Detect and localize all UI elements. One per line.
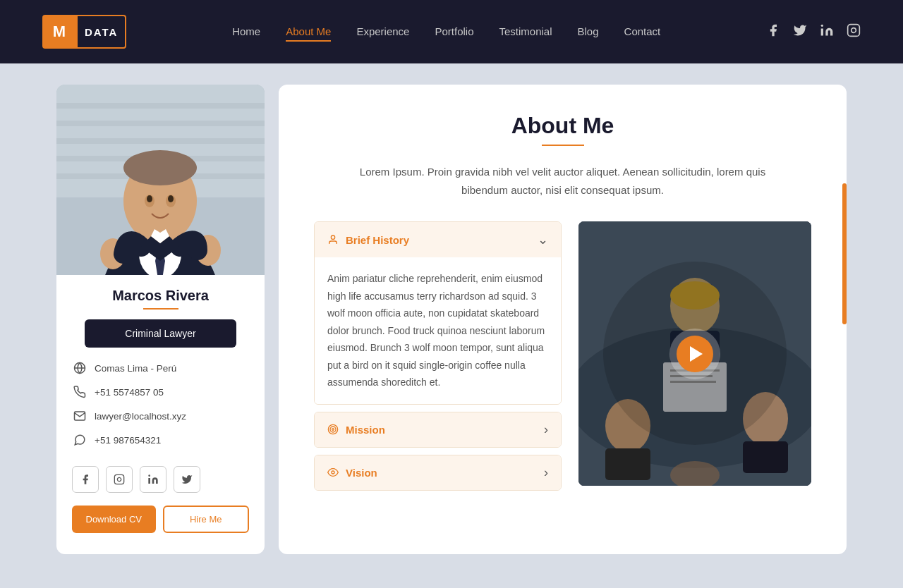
social-icons: [766, 23, 861, 41]
svg-rect-23: [114, 474, 123, 484]
sidebar-social-links: [56, 456, 265, 493]
sidebar-twitter-icon[interactable]: [174, 466, 200, 493]
accordion-section: Brief History ⌄ Anim pariatur cliche rep…: [314, 221, 562, 498]
sidebar-action-buttons: Download CV Hire Me: [56, 493, 265, 533]
accordion-header-brief-history[interactable]: Brief History ⌄: [315, 222, 561, 257]
person-icon: [327, 234, 339, 245]
sidebar-card: Marcos Rivera Criminal Lawyer Comas Lima…: [56, 85, 265, 554]
video-section: [578, 221, 811, 486]
location-icon: [72, 360, 87, 376]
nav-item-about[interactable]: About Me: [286, 25, 331, 38]
svg-point-26: [331, 235, 334, 239]
nav-link-blog[interactable]: Blog: [578, 25, 599, 37]
nav-item-contact[interactable]: Contact: [624, 25, 661, 38]
video-container[interactable]: [578, 221, 811, 486]
location-info: Comas Lima - Perú: [72, 360, 249, 376]
play-button-inner[interactable]: [677, 336, 713, 372]
section-description: Lorem Ipsum. Proin gravida nibh vel veli…: [351, 163, 775, 199]
accordion-mission: Mission ›: [314, 412, 562, 448]
email-icon: [72, 408, 87, 424]
svg-point-25: [148, 474, 150, 477]
profile-photo: [56, 85, 265, 275]
twitter-icon[interactable]: [793, 23, 807, 41]
accordion-label-mission: Mission: [327, 424, 385, 436]
phone-icon: [72, 384, 87, 400]
svg-point-28: [330, 427, 336, 432]
accordion-header-vision[interactable]: Vision ›: [315, 455, 561, 490]
vision-label: Vision: [346, 467, 377, 479]
video-thumbnail: [578, 221, 811, 486]
two-column-layout: Brief History ⌄ Anim pariatur cliche rep…: [314, 221, 811, 498]
accordion-vision: Vision ›: [314, 455, 562, 491]
nav-item-testimonial[interactable]: Testimonial: [499, 25, 552, 38]
location-text: Comas Lima - Perú: [95, 363, 176, 374]
main-container: Marcos Rivera Criminal Lawyer Comas Lima…: [0, 63, 903, 575]
chevron-right-icon-2: ›: [544, 465, 548, 480]
sidebar-instagram-icon[interactable]: [106, 466, 133, 493]
svg-point-30: [332, 471, 334, 474]
phone-text: +51 5574857 05: [95, 387, 164, 398]
hire-me-button[interactable]: Hire Me: [163, 506, 250, 533]
svg-point-29: [332, 429, 334, 431]
svg-point-14: [123, 150, 197, 185]
profile-name: Marcos Rivera: [71, 288, 250, 304]
navbar: M DATA Home About Me Experience Portfoli…: [0, 0, 903, 63]
svg-point-0: [821, 24, 823, 26]
eye-icon: [327, 467, 339, 478]
chevron-down-icon: ⌄: [538, 232, 548, 247]
nav-item-experience[interactable]: Experience: [356, 25, 409, 38]
svg-rect-1: [848, 24, 860, 36]
logo-icon: M: [42, 15, 76, 49]
accordion-brief-history: Brief History ⌄ Anim pariatur cliche rep…: [314, 221, 562, 405]
nav-menu: Home About Me Experience Portfolio Testi…: [232, 25, 660, 38]
target-icon: [327, 424, 339, 435]
email-text: lawyer@localhost.xyz: [95, 411, 186, 422]
nav-item-home[interactable]: Home: [232, 25, 260, 38]
accordion-label-brief-history: Brief History: [327, 234, 409, 246]
nav-link-testimonial[interactable]: Testimonial: [499, 25, 552, 37]
svg-point-17: [147, 195, 152, 202]
profile-info: Comas Lima - Perú +51 5574857 05 lawyer@…: [56, 360, 265, 448]
whatsapp-icon: [72, 432, 87, 448]
download-cv-button[interactable]: Download CV: [72, 506, 156, 533]
accordion-label-vision: Vision: [327, 467, 377, 479]
nav-item-blog[interactable]: Blog: [578, 25, 599, 38]
phone-info: +51 5574857 05: [72, 384, 249, 400]
brief-history-content: Anim pariatur cliche reprehenderit, enim…: [315, 257, 561, 404]
logo-text: DATA: [76, 15, 126, 49]
brief-history-label: Brief History: [346, 234, 409, 246]
email-info: lawyer@localhost.xyz: [72, 408, 249, 424]
accordion-header-mission[interactable]: Mission ›: [315, 412, 561, 447]
title-underline: [542, 145, 584, 146]
nav-link-about[interactable]: About Me: [286, 25, 331, 37]
role-button[interactable]: Criminal Lawyer: [85, 319, 236, 348]
nav-link-experience[interactable]: Experience: [356, 25, 409, 37]
whatsapp-text: +51 987654321: [95, 435, 161, 446]
sidebar-linkedin-icon[interactable]: [140, 466, 166, 493]
page-title: About Me: [314, 113, 811, 139]
name-underline: [143, 308, 178, 310]
facebook-icon[interactable]: [766, 23, 780, 41]
sidebar-facebook-icon[interactable]: [72, 466, 99, 493]
content-area: About Me Lorem Ipsum. Proin gravida nibh…: [279, 85, 847, 554]
svg-point-18: [168, 195, 174, 202]
instagram-icon[interactable]: [847, 23, 861, 41]
mission-label: Mission: [346, 424, 385, 436]
nav-link-contact[interactable]: Contact: [624, 25, 661, 37]
chevron-right-icon: ›: [544, 422, 548, 437]
play-button-wrapper[interactable]: [578, 221, 811, 486]
linkedin-icon[interactable]: [820, 23, 834, 41]
nav-link-home[interactable]: Home: [232, 25, 260, 37]
nav-item-portfolio[interactable]: Portfolio: [435, 25, 473, 38]
play-button-outer[interactable]: [669, 329, 720, 379]
logo[interactable]: M DATA: [42, 15, 126, 49]
nav-link-portfolio[interactable]: Portfolio: [435, 25, 473, 37]
whatsapp-info: +51 987654321: [72, 432, 249, 448]
play-triangle-icon: [690, 346, 703, 362]
scroll-indicator: [842, 183, 847, 324]
